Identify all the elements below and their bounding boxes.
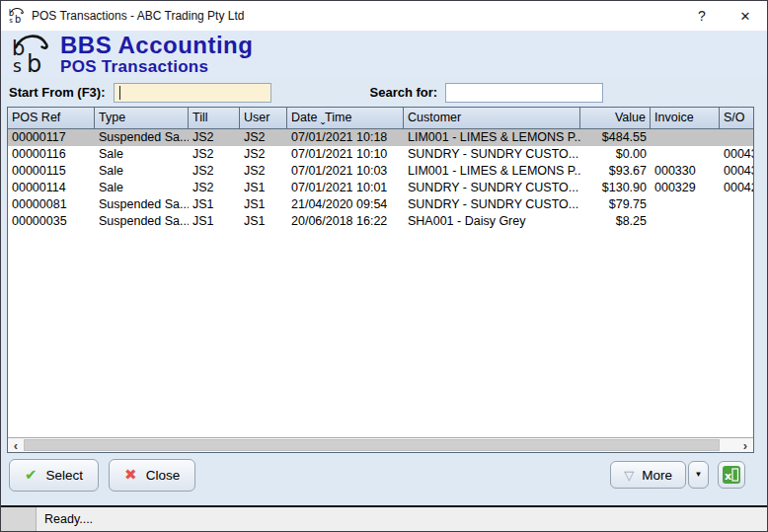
table-cell-user: JS1 [240,213,287,230]
table-cell-pos_ref: 00000117 [8,129,95,146]
dropdown-arrow-icon: ▼ [695,471,703,479]
table-cell-value: $8.25 [580,213,651,230]
app-logo-icon [8,7,26,25]
select-button-label: Select [46,468,84,483]
column-header-customer[interactable]: Customer [404,108,580,128]
column-header-so[interactable]: S/O [720,108,753,128]
table-cell-user: JS1 [240,180,287,196]
table-cell-till: JS2 [189,146,240,163]
table-cell-customer: SUNDRY - SUNDRY CUSTO... [404,196,580,213]
start-from-input[interactable] [114,83,271,103]
bbs-logo [9,33,54,76]
table-cell-date_time: 07/01/2021 10:18 [287,129,404,146]
status-bar: Ready.... [1,505,767,531]
svg-text:x: x [725,470,731,483]
export-excel-button[interactable]: x [718,461,745,489]
table-cell-type: Suspended Sa... [95,213,189,230]
filter-bar: Start From (F3): Search for: [1,78,767,107]
table-cell-date_time: 21/04/2020 09:54 [287,196,404,213]
table-cell-type: Sale [95,180,189,196]
more-dropdown-button[interactable]: ▼ [688,461,709,489]
column-header-pos_ref[interactable]: POS Ref [8,108,95,128]
status-text: Ready.... [44,512,93,526]
help-icon: ? [698,8,706,24]
text-caret [119,86,120,100]
table-cell-till: JS1 [189,213,240,230]
horizontal-scrollbar[interactable]: ‹ › [8,437,753,452]
brand-title: BBS Accounting [60,34,253,57]
table-cell-type: Suspended Sa... [95,129,189,146]
table-cell-user: JS2 [240,163,287,180]
table-row[interactable]: 00000035Suspended Sa...JS1JS120/06/2018 … [8,213,753,230]
more-button[interactable]: ▽ More [610,461,686,489]
header-band: BBS Accounting POS Transactions [1,31,767,78]
table-cell-date_time: 20/06/2018 16:22 [287,213,404,230]
table-cell-customer: SUNDRY - SUNDRY CUSTO... [404,180,580,196]
close-icon: ✕ [740,9,751,24]
table-cell-customer: SHA001 - Daisy Grey [404,213,580,230]
table-cell-till: JS2 [189,180,240,196]
column-header-value[interactable]: Value [580,108,651,128]
close-button-label: Close [146,468,181,483]
table-cell-till: JS2 [189,163,240,180]
table-cell-invoice [651,196,720,213]
table-cell-invoice [651,146,720,163]
table-cell-till: JS2 [189,129,240,146]
table-cell-so [720,213,753,230]
table-cell-pos_ref: 00000035 [8,213,95,230]
table-cell-customer: LIM001 - LIMES & LEMONS P... [404,163,580,180]
table-cell-value: $93.67 [580,163,651,180]
table-cell-user: JS2 [240,146,287,163]
table-row[interactable]: 00000115SaleJS2JS207/01/2021 10:03LIM001… [8,163,753,180]
column-header-invoice[interactable]: Invoice [651,108,720,128]
page-title: POS Transactions [60,58,253,75]
table-cell-pos_ref: 00000115 [8,163,95,180]
scroll-left-icon[interactable]: ‹ [8,438,24,453]
close-button[interactable]: ✖ Close [109,459,195,492]
column-header-user[interactable]: User [240,108,287,128]
red-x-icon: ✖ [124,466,137,484]
table-cell-date_time: 07/01/2021 10:03 [287,163,404,180]
more-button-label: More [642,468,672,483]
table-cell-value: $79.75 [580,196,651,213]
select-button[interactable]: ✔ Select [9,459,99,492]
table-cell-so [720,196,753,213]
table-body: 00000117Suspended Sa...JS2JS207/01/2021 … [8,129,753,437]
table-cell-invoice: 000329 [651,180,720,196]
table-cell-pos_ref: 00000116 [8,146,95,163]
table-row[interactable]: 00000081Suspended Sa...JS1JS121/04/2020 … [8,196,753,213]
table-cell-type: Sale [95,163,189,180]
transactions-table: POS RefTypeTillUserDate ˬTimeCustomerVal… [7,107,754,453]
pos-transactions-dialog: POS Transactions - ABC Trading Pty Ltd ?… [0,0,768,532]
table-cell-date_time: 07/01/2021 10:10 [287,146,404,163]
table-cell-so: 00043 [720,163,753,180]
table-cell-user: JS2 [240,129,287,146]
scrollbar-thumb[interactable] [24,439,720,451]
table-cell-customer: LIM001 - LIMES & LEMONS P... [404,129,580,146]
excel-icon: x [722,465,741,485]
table-cell-so [720,129,753,146]
table-cell-date_time: 07/01/2021 10:01 [287,180,404,196]
table-row[interactable]: 00000114SaleJS2JS107/01/2021 10:01SUNDRY… [8,180,753,196]
search-input[interactable] [445,83,603,103]
table-cell-value: $0.00 [580,146,651,163]
table-cell-type: Suspended Sa... [95,196,189,213]
help-button[interactable]: ? [680,1,724,31]
table-row[interactable]: 00000116SaleJS2JS207/01/2021 10:10SUNDRY… [8,146,753,163]
status-grip [1,507,37,531]
scroll-right-icon[interactable]: › [737,438,753,453]
table-header: POS RefTypeTillUserDate ˬTimeCustomerVal… [8,108,753,129]
column-header-till[interactable]: Till [189,108,240,128]
table-row[interactable]: 00000117Suspended Sa...JS2JS207/01/2021 … [8,129,753,146]
window-close-button[interactable]: ✕ [724,1,767,31]
table-cell-pos_ref: 00000081 [8,196,95,213]
table-cell-value: $484.55 [580,129,651,146]
table-cell-till: JS1 [189,196,240,213]
column-header-type[interactable]: Type [95,108,189,128]
table-cell-type: Sale [95,146,189,163]
column-header-date_time[interactable]: Date ˬTime [287,108,404,128]
search-for-label: Search for: [370,85,438,100]
table-cell-so: 00043 [720,146,753,163]
table-cell-so: 00042 [720,180,753,196]
table-cell-invoice [651,213,720,230]
